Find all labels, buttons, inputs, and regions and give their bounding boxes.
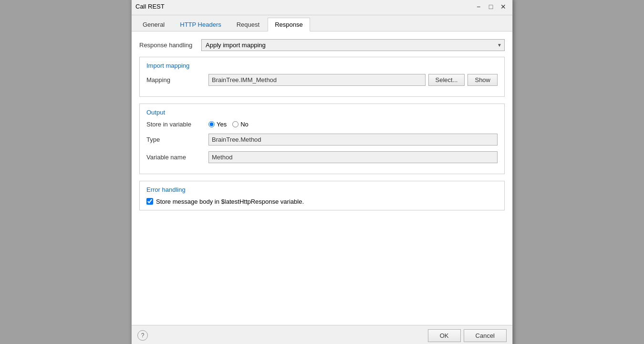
minimize-button[interactable]: −: [473, 1, 484, 12]
store-message-body-checkbox[interactable]: [146, 198, 153, 205]
type-input[interactable]: [208, 134, 498, 146]
response-handling-dropdown-wrapper: Apply import mapping Store in variable I…: [201, 39, 505, 51]
response-handling-row: Response handling Apply import mapping S…: [139, 39, 505, 51]
import-mapping-section: Import mapping Mapping Select... Show: [139, 57, 505, 97]
mapping-input[interactable]: [208, 74, 426, 86]
window-title: Call REST: [135, 3, 165, 10]
tab-http-headers[interactable]: HTTP Headers: [173, 18, 228, 31]
response-handling-label: Response handling: [139, 42, 201, 49]
main-window: Call REST − □ ✕ General HTTP Headers Req…: [131, 0, 513, 344]
error-handling-section: Error handling Store message body in $la…: [139, 181, 505, 210]
tab-request[interactable]: Request: [229, 18, 267, 31]
store-in-variable-row: Store in variable Yes No: [146, 121, 498, 128]
yes-label: Yes: [217, 121, 227, 128]
store-message-body-label[interactable]: Store message body in $latestHttpRespons…: [146, 198, 498, 205]
output-section: Output Store in variable Yes No Typ: [139, 104, 505, 174]
tab-bar: General HTTP Headers Request Response: [132, 15, 512, 31]
show-button[interactable]: Show: [467, 74, 498, 86]
maximize-button[interactable]: □: [486, 1, 496, 12]
footer-buttons: OK Cancel: [428, 329, 507, 342]
variable-name-label: Variable name: [146, 154, 208, 161]
no-label: No: [240, 121, 249, 128]
store-in-variable-label: Store in variable: [146, 121, 208, 128]
type-row: Type: [146, 134, 498, 146]
cancel-button[interactable]: Cancel: [464, 329, 507, 342]
close-button[interactable]: ✕: [498, 1, 509, 12]
ok-button[interactable]: OK: [428, 329, 461, 342]
mapping-label: Mapping: [146, 76, 208, 83]
variable-name-row: Variable name: [146, 151, 498, 163]
help-button[interactable]: ?: [137, 330, 148, 341]
tab-general[interactable]: General: [135, 18, 172, 31]
error-handling-label: Error handling: [146, 186, 498, 193]
yes-radio[interactable]: [208, 121, 215, 127]
variable-name-input[interactable]: [208, 151, 498, 163]
yes-no-radio-group: Yes No: [208, 121, 249, 128]
tab-response[interactable]: Response: [268, 18, 310, 31]
import-mapping-label: Import mapping: [146, 62, 498, 69]
no-radio-label[interactable]: No: [232, 121, 249, 128]
output-label: Output: [146, 109, 498, 116]
yes-radio-label[interactable]: Yes: [208, 121, 227, 128]
tab-content-response: Response handling Apply import mapping S…: [132, 31, 512, 325]
type-label: Type: [146, 136, 208, 143]
footer: ? OK Cancel: [132, 325, 512, 344]
no-radio[interactable]: [232, 121, 239, 127]
store-message-body-text: Store message body in $latestHttpRespons…: [156, 198, 304, 205]
title-bar-controls: − □ ✕: [473, 1, 509, 12]
mapping-controls: Select... Show: [208, 74, 498, 86]
title-bar: Call REST − □ ✕: [132, 0, 512, 15]
mapping-row: Mapping Select... Show: [146, 74, 498, 86]
select-button[interactable]: Select...: [428, 74, 465, 86]
response-handling-select[interactable]: Apply import mapping Store in variable I…: [201, 39, 505, 51]
